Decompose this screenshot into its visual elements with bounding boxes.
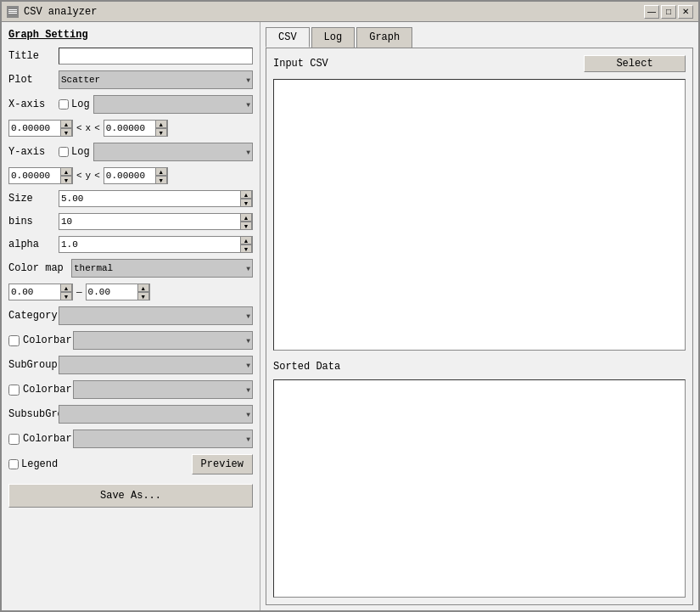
- bins-up-btn[interactable]: ▲: [240, 213, 252, 222]
- colorbar2-label: Colorbar: [23, 384, 70, 396]
- yaxis-select[interactable]: [93, 143, 253, 161]
- alpha-row: alpha ▲ ▼: [8, 236, 253, 253]
- range-min-down-btn[interactable]: ▼: [60, 292, 72, 300]
- range-min-input[interactable]: [9, 284, 60, 300]
- size-input[interactable]: [59, 191, 240, 206]
- colorbar2-checkbox[interactable]: [8, 385, 20, 396]
- y-sym: y: [86, 171, 92, 181]
- title-bar-left: CSV analyzer: [7, 6, 97, 18]
- x-min-up-btn[interactable]: ▲: [60, 120, 72, 128]
- yaxis-select-wrapper: [93, 143, 253, 161]
- bins-row: bins ▲ ▼: [8, 213, 253, 230]
- range-max-down-btn[interactable]: ▼: [137, 292, 149, 300]
- sorted-data-area: [273, 379, 686, 598]
- subgroup-label: SubGroup: [8, 359, 55, 371]
- xaxis-select[interactable]: [93, 95, 253, 114]
- maximize-button[interactable]: □: [661, 5, 676, 19]
- svg-rect-3: [8, 13, 17, 14]
- title-input[interactable]: [59, 48, 253, 65]
- saveas-button[interactable]: Save As...: [8, 484, 253, 508]
- subsubgroup-select[interactable]: [59, 405, 253, 424]
- size-spinbox: ▲ ▼: [59, 190, 253, 207]
- legend-checkbox[interactable]: [8, 459, 19, 469]
- x-min-spinbox-btns: ▲ ▼: [60, 120, 72, 137]
- colorbar3-checkbox[interactable]: [8, 434, 20, 445]
- x-max-down-btn[interactable]: ▼: [155, 128, 167, 137]
- title-row: Title: [8, 48, 253, 65]
- xaxis-log-checkbox[interactable]: [59, 99, 69, 109]
- bins-down-btn[interactable]: ▼: [240, 222, 252, 230]
- minimize-button[interactable]: —: [644, 5, 659, 19]
- sorted-data-label: Sorted Data: [273, 361, 686, 373]
- size-up-btn[interactable]: ▲: [240, 190, 252, 199]
- colorbar1-checkbox[interactable]: [8, 335, 20, 346]
- tab-graph[interactable]: Graph: [356, 27, 412, 48]
- colorbar2-select[interactable]: [73, 380, 253, 399]
- alpha-label: alpha: [8, 239, 55, 250]
- tab-log[interactable]: Log: [311, 27, 356, 48]
- x-min-input[interactable]: [9, 121, 60, 136]
- plot-select-wrapper: Scatter Line Bar Histogram: [59, 70, 253, 89]
- bins-input[interactable]: [59, 214, 240, 229]
- y-min-spinbox: ▲ ▼: [8, 167, 73, 184]
- colorbar1-select[interactable]: [73, 331, 253, 350]
- x-max-up-btn[interactable]: ▲: [155, 120, 167, 128]
- select-button[interactable]: Select: [584, 55, 686, 72]
- colormap-range-row: ▲ ▼ — ▲ ▼: [8, 284, 253, 300]
- yaxis-log-checkbox[interactable]: [59, 147, 69, 157]
- plot-row: Plot Scatter Line Bar Histogram: [8, 70, 253, 89]
- range-max-up-btn[interactable]: ▲: [137, 284, 149, 292]
- colormap-select[interactable]: thermal viridis plasma inferno: [71, 259, 253, 278]
- colorbar3-select[interactable]: [73, 430, 253, 448]
- alpha-down-btn[interactable]: ▼: [240, 244, 252, 253]
- y-max-spinbox-btns: ▲ ▼: [155, 167, 167, 184]
- x-lt2: <: [94, 123, 100, 133]
- range-max-input[interactable]: [87, 284, 137, 300]
- y-min-up-btn[interactable]: ▲: [60, 167, 72, 176]
- category-label: Category: [8, 310, 55, 322]
- colorbar1-label: Colorbar: [23, 334, 70, 346]
- plot-select[interactable]: Scatter Line Bar Histogram: [59, 70, 253, 89]
- title-bar: CSV analyzer — □ ✕: [2, 2, 698, 22]
- xaxis-row: X-axis Log: [8, 95, 253, 114]
- y-max-up-btn[interactable]: ▲: [155, 167, 167, 176]
- x-min-spinbox: ▲ ▼: [8, 120, 73, 137]
- colorbar3-label: Colorbar: [23, 433, 70, 445]
- input-csv-row: Input CSV Select: [273, 55, 686, 72]
- x-max-spinbox-btns: ▲ ▼: [155, 120, 167, 137]
- close-button[interactable]: ✕: [678, 5, 693, 19]
- tab-bar: CSV Log Graph: [266, 27, 693, 48]
- subsubgroup-label: SubsubGroup: [8, 408, 55, 420]
- y-max-input[interactable]: [104, 168, 155, 183]
- y-min-down-btn[interactable]: ▼: [60, 176, 72, 184]
- category-select[interactable]: [59, 306, 253, 325]
- x-min-down-btn[interactable]: ▼: [60, 128, 72, 137]
- x-max-input[interactable]: [104, 121, 155, 136]
- size-spinbox-btns: ▲ ▼: [240, 190, 252, 207]
- title-label: Title: [8, 50, 55, 62]
- xaxis-log-checkbox-label: Log: [59, 98, 90, 110]
- window-controls: — □ ✕: [644, 5, 693, 19]
- svg-rect-1: [8, 9, 17, 10]
- plot-label: Plot: [8, 74, 55, 86]
- colormap-row: Color map thermal viridis plasma inferno: [8, 259, 253, 278]
- preview-button[interactable]: Preview: [192, 454, 253, 474]
- alpha-up-btn[interactable]: ▲: [240, 236, 252, 244]
- range-max-spinbox-btns: ▲ ▼: [137, 284, 149, 300]
- subgroup-select[interactable]: [59, 356, 253, 374]
- input-csv-label: Input CSV: [273, 58, 328, 70]
- size-row: Size ▲ ▼: [8, 190, 253, 207]
- tab-csv[interactable]: CSV: [266, 27, 310, 48]
- colormap-label: Color map: [8, 262, 68, 274]
- x-lt1: <: [76, 123, 82, 133]
- alpha-input[interactable]: [59, 237, 240, 252]
- y-min-input[interactable]: [9, 168, 60, 183]
- y-max-down-btn[interactable]: ▼: [155, 176, 167, 184]
- colorbar3-select-wrapper: [73, 430, 253, 448]
- legend-label: Legend: [21, 458, 58, 470]
- size-down-btn[interactable]: ▼: [240, 199, 252, 207]
- graph-setting-title: Graph Setting: [8, 29, 253, 41]
- subgroup-select-wrapper: [59, 356, 253, 374]
- subgroup-row: SubGroup: [8, 356, 253, 374]
- range-min-up-btn[interactable]: ▲: [60, 284, 72, 292]
